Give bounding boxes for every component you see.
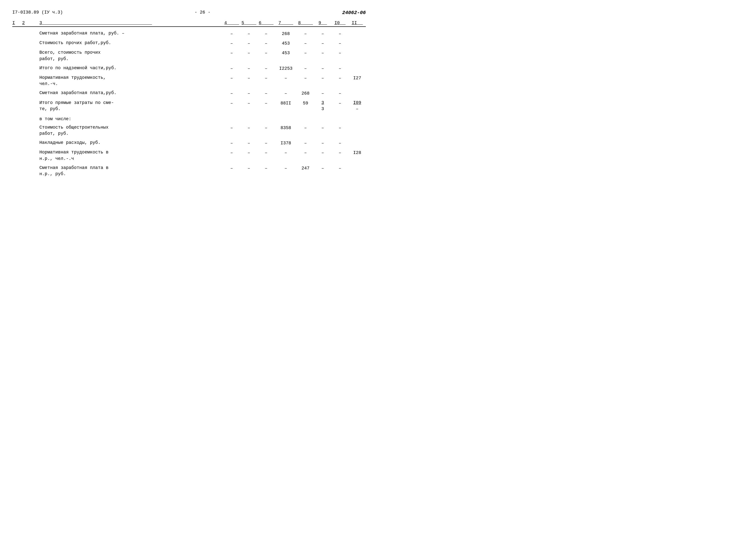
cell-2-11 (349, 40, 366, 41)
cell-11-6: – (258, 165, 275, 171)
cell-11-11 (349, 165, 366, 165)
cell-2-4: – (223, 40, 240, 47)
cell-11-7: – (275, 165, 297, 171)
doc-id: I7-0I38.89 (IУ ч.3) (12, 10, 63, 15)
cell-9-8: – (297, 140, 314, 146)
cell-3-7: 453 (275, 50, 297, 56)
cell-2-7: 453 (275, 40, 297, 47)
cell-9-9: – (314, 140, 332, 146)
cell-7-3: Итого прямые затраты по сме- те, руб. (37, 100, 223, 112)
cell-3-11 (349, 50, 366, 50)
table-row: Сметная заработная плата в н.р., руб. – … (12, 163, 366, 178)
cell-8-10: – (332, 125, 349, 131)
cell-7-11: I09 – (349, 100, 366, 112)
col-header-10: I0 _ (332, 20, 349, 25)
cell-8-5: – (240, 125, 258, 131)
col-header-4: 4 _ _ (223, 20, 240, 25)
cell-5-8: – (297, 75, 314, 81)
cell-6-9: – (314, 90, 332, 96)
cell-11-4: – (223, 165, 240, 171)
col-header-7: 7 _ _ (275, 20, 297, 25)
cell-1-4: – (223, 30, 240, 37)
cell-9-3: Накладные расходы, руб. (37, 140, 223, 146)
cell-2-3: Стоимость прочих работ,руб. (37, 40, 223, 46)
cell-4-2 (22, 65, 37, 66)
cell-1-8: – (297, 30, 314, 37)
cell-4-10: – (332, 65, 349, 72)
cell-9-5: – (240, 140, 258, 146)
cell-4-8: – (297, 65, 314, 72)
cell-8-3: Стоимость общестроительных работ, руб. (37, 125, 223, 137)
cell-4-5: – (240, 65, 258, 72)
cell-10-3: Нормативная трудоемкость в н.р., чел.-.ч (37, 149, 223, 162)
cell-4-6: – (258, 65, 275, 72)
table-row: Нормативная трудоемкость, чел.-ч. – – – … (12, 73, 366, 88)
cell-2-10: – (332, 40, 349, 47)
cell-2-5: – (240, 40, 258, 47)
cell-2-2 (22, 40, 37, 41)
table-row: Нормативная трудоемкость в н.р., чел.-.ч… (12, 148, 366, 163)
cell-8-11 (349, 125, 366, 125)
cell-1-11 (349, 30, 366, 31)
cell-5-3: Нормативная трудоемкость, чел.-ч. (37, 75, 223, 87)
cell-3-10: – (332, 50, 349, 56)
cell-10-1 (12, 149, 22, 150)
cell-8-4: – (223, 125, 240, 131)
cell-7-2 (22, 100, 37, 100)
cell-4-9: – (314, 65, 332, 72)
cell-6-10: – (332, 90, 349, 96)
cell-3-9: – (314, 50, 332, 56)
cell-1-9: – (314, 30, 332, 37)
table-row: Всего, стоимость прочих работ, руб. – – … (12, 48, 366, 63)
col-header-5: 5 _ _ (240, 20, 258, 25)
cell-6-7: – (275, 90, 297, 96)
table-row: Накладные расходы, руб. – – – I378 – – – (12, 138, 366, 148)
cell-10-10: – (332, 149, 349, 156)
cell-6-1 (12, 90, 22, 90)
cell-6-3: Сметная заработная плата,руб. (37, 90, 223, 96)
cell-7-8: 59 (297, 100, 314, 106)
cell-9-10: – (332, 140, 349, 146)
cell-10-11: I28 (349, 149, 366, 156)
page-number: - 26 - (194, 10, 210, 15)
cell-1-10: – (332, 30, 349, 37)
cell-9-7: I378 (275, 140, 297, 146)
doc-number: 24062-06 (342, 10, 366, 15)
cell-11-3: Сметная заработная плата в н.р., руб. (37, 165, 223, 177)
cell-11-10: – (332, 165, 349, 171)
table-row: Стоимость прочих работ,руб. – – – 453 – … (12, 38, 366, 48)
cell-7-5: – (240, 100, 258, 106)
cell-5-9: – (314, 75, 332, 81)
cell-9-4: – (223, 140, 240, 146)
col-header-11: II _ (349, 20, 366, 25)
cell-10-7: – (275, 149, 297, 156)
cell-5-4: – (223, 75, 240, 81)
col-header-8: 8 _ _ (297, 20, 314, 25)
cell-9-2 (22, 140, 37, 140)
cell-6-6: – (258, 90, 275, 96)
cell-10-5: – (240, 149, 258, 156)
cell-3-3: Всего, стоимость прочих работ, руб. (37, 50, 223, 62)
col-header-9: 9 _ (314, 20, 332, 25)
cell-11-1 (12, 165, 22, 165)
cell-6-2 (22, 90, 37, 90)
table-row: Итого прямые затраты по сме- те, руб. – … (12, 98, 366, 113)
cell-1-1 (12, 30, 22, 31)
cell-7-7: 88II (275, 100, 297, 106)
cell-8-7: 8358 (275, 125, 297, 131)
cell-5-7: – (275, 75, 297, 81)
cell-5-11: I27 (349, 75, 366, 81)
cell-5-10: – (332, 75, 349, 81)
page-header: I7-0I38.89 (IУ ч.3) - 26 - 24062-06 (12, 10, 366, 15)
cell-2-6: – (258, 40, 275, 47)
cell-8-9: – (314, 125, 332, 131)
cell-7-1 (12, 100, 22, 100)
cell-10-9: – (314, 149, 332, 156)
cell-10-8: – (297, 149, 314, 156)
cell-10-4: – (223, 149, 240, 156)
cell-3-5: – (240, 50, 258, 56)
cell-9-11 (349, 140, 366, 140)
cell-10-6: – (258, 149, 275, 156)
col-header-3: 3 _ _ _ _ _ _ _ _ _ _ _ _ _ _ _ _ _ (37, 20, 223, 25)
cell-5-1 (12, 75, 22, 75)
